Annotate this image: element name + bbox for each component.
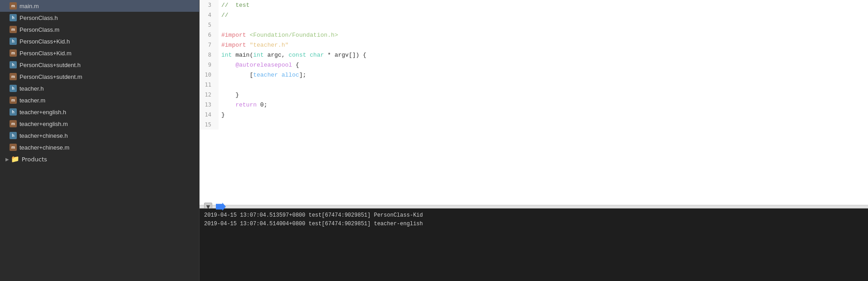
code-line: 4// (200, 10, 868, 20)
sidebar: mmain.mhPersonClass.hmPersonClass.mhPers… (0, 0, 200, 281)
line-number: 7 (200, 40, 219, 50)
line-content: #import <Foundation/Foundation.h> (219, 30, 338, 40)
m-file-icon: m (10, 73, 17, 80)
sidebar-file-item[interactable]: mmain.m (0, 0, 199, 12)
sidebar-file-item[interactable]: mPersonClass+Kid.m (0, 47, 199, 59)
file-name-label: PersonClass+sutdent.m (20, 73, 82, 80)
line-number: 10 (200, 70, 219, 80)
line-number: 4 (200, 10, 219, 20)
sidebar-file-item[interactable]: hteacher+english.h (0, 106, 199, 118)
file-name-label: PersonClass+Kid.h (20, 38, 70, 45)
file-name-label: teacher.m (20, 97, 45, 104)
h-file-icon: h (10, 132, 17, 139)
h-file-icon: h (10, 85, 17, 92)
line-number: 13 (200, 100, 219, 110)
file-name-label: main.m (20, 3, 39, 10)
line-number: 6 (200, 30, 219, 40)
code-editor[interactable]: 3// test4//56#import <Foundation/Foundat… (200, 0, 868, 205)
code-line: 9 @autoreleasepool { (200, 60, 868, 70)
h-file-icon: h (10, 108, 17, 116)
line-number: 14 (200, 110, 219, 120)
code-line: 12 } (200, 90, 868, 100)
h-file-icon: h (10, 38, 17, 45)
line-number: 8 (200, 50, 219, 60)
file-name-label: PersonClass+Kid.m (20, 50, 72, 57)
sidebar-file-item[interactable]: hteacher.h (0, 82, 199, 94)
sidebar-file-item[interactable]: mteacher.m (0, 94, 199, 106)
line-content: // test (219, 0, 249, 10)
h-file-icon: h (10, 61, 17, 68)
console-line: 2019-04-15 13:07:04.514004+0800 test[674… (204, 220, 863, 228)
sidebar-file-item[interactable]: hPersonClass+sutdent.h (0, 59, 199, 71)
folder-icon: 📁 (11, 155, 20, 163)
sidebar-file-item[interactable]: mPersonClass+sutdent.m (0, 71, 199, 82)
code-line: 11 (200, 80, 868, 90)
sidebar-file-item[interactable]: mteacher+chinese.m (0, 141, 199, 153)
line-number: 3 (200, 0, 219, 10)
sidebar-folder-item[interactable]: ▶📁Products (0, 153, 199, 165)
line-content: #import "teacher.h" (219, 40, 288, 50)
m-file-icon: m (10, 2, 17, 10)
sidebar-file-item[interactable]: hPersonClass+Kid.h (0, 35, 199, 47)
m-file-icon: m (10, 120, 17, 127)
code-line: 5 (200, 20, 868, 30)
m-file-icon: m (10, 144, 17, 151)
console-output: 2019-04-15 13:07:04.513597+0800 test[674… (200, 208, 868, 281)
line-content: return 0; (219, 100, 267, 110)
console-divider: ▼ (200, 205, 868, 208)
file-name-label: teacher.h (20, 85, 44, 92)
code-line: 14} (200, 110, 868, 120)
line-number: 11 (200, 80, 219, 90)
file-name-label: teacher+english.m (20, 121, 68, 127)
main-panel: 3// test4//56#import <Foundation/Foundat… (200, 0, 868, 281)
sidebar-file-item[interactable]: mPersonClass.m (0, 24, 199, 35)
sidebar-file-item[interactable]: hteacher+chinese.h (0, 130, 199, 141)
line-number: 12 (200, 90, 219, 100)
folder-arrow-icon: ▶ (5, 157, 9, 162)
code-line: 6#import <Foundation/Foundation.h> (200, 30, 868, 40)
code-line: 7#import "teacher.h" (200, 40, 868, 50)
file-name-label: PersonClass.h (20, 15, 58, 21)
code-line: 3// test (200, 0, 868, 10)
m-file-icon: m (10, 26, 17, 33)
file-name-label: teacher+chinese.m (20, 144, 69, 151)
line-content: } (219, 90, 239, 100)
m-file-icon: m (10, 49, 17, 57)
line-number: 15 (200, 120, 219, 130)
line-number: 5 (200, 20, 219, 30)
line-content: [teacher alloc]; (219, 70, 306, 80)
sidebar-file-item[interactable]: mteacher+english.m (0, 118, 199, 130)
h-file-icon: h (10, 14, 17, 21)
console-line: 2019-04-15 13:07:04.513597+0800 test[674… (204, 211, 863, 220)
code-line: 15 (200, 120, 868, 130)
m-file-icon: m (10, 97, 17, 104)
file-name-label: PersonClass+sutdent.h (20, 62, 81, 68)
line-number: 9 (200, 60, 219, 70)
code-line: 13 return 0; (200, 100, 868, 110)
sidebar-file-item[interactable]: hPersonClass.h (0, 12, 199, 24)
file-name-label: teacher+english.h (20, 109, 66, 116)
line-content: // (219, 10, 229, 20)
line-content: } (219, 110, 225, 120)
file-name-label: PersonClass.m (20, 26, 59, 33)
file-name-label: teacher+chinese.h (20, 132, 68, 139)
code-line: 10 [teacher alloc]; (200, 70, 868, 80)
code-line: 8int main(int argc, const char * argv[])… (200, 50, 868, 60)
line-content: int main(int argc, const char * argv[]) … (219, 50, 366, 60)
folder-name-label: Products (22, 156, 47, 163)
line-content: @autoreleasepool { (219, 60, 299, 70)
